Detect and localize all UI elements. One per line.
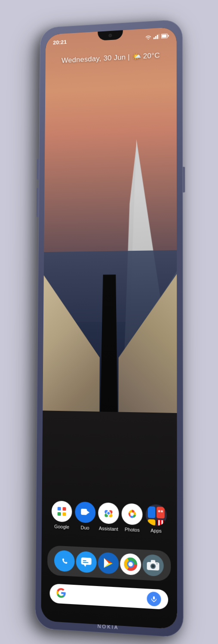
svg-rect-9 [62,507,66,510]
power-button[interactable] [183,167,185,192]
assistant-label: Assistant [98,526,118,532]
dock-phone[interactable] [54,550,75,572]
google-label: Google [54,524,69,530]
status-time: 20:21 [53,39,67,46]
svg-rect-5 [162,34,166,37]
svg-rect-1 [155,36,156,39]
app-duo[interactable]: Duo [73,501,96,531]
svg-rect-12 [80,509,86,515]
signal-icon [153,34,159,39]
photos-label: Photos [124,527,139,533]
apps-label: Apps [150,528,162,534]
duo-label: Duo [80,525,89,530]
google-g-logo [56,588,66,600]
volume-down-button[interactable] [36,188,38,217]
svg-rect-30 [81,557,91,565]
top-app-row: Google Duo [50,501,168,534]
svg-rect-48 [153,596,154,600]
volume-up-button[interactable] [37,159,39,179]
svg-rect-8 [57,507,61,510]
phone-device: 20:21 [35,19,183,638]
svg-rect-0 [153,37,154,39]
google-icon [51,501,72,522]
status-icons [144,33,169,40]
svg-rect-10 [57,512,61,516]
svg-rect-23 [158,510,160,512]
apps-folder-icon [145,504,166,526]
assistant-icon [98,502,119,524]
duo-icon [74,501,95,523]
wallpaper [41,27,177,629]
app-apps-folder[interactable]: Apps [144,504,168,534]
app-shelf: Google Duo [41,500,177,537]
dock-camera[interactable] [142,554,163,577]
svg-rect-43 [150,560,155,563]
dock-chrome[interactable] [120,553,141,575]
folder-app-3 [147,519,155,526]
svg-rect-6 [168,35,169,36]
folder-app-netflix [157,519,164,526]
photos-icon [121,503,142,525]
folder-app-1 [147,506,155,518]
dock-play-store[interactable] [98,552,119,574]
svg-rect-2 [157,35,158,39]
app-photos[interactable]: Photos [120,503,144,533]
wifi-icon [144,34,151,40]
svg-rect-11 [62,512,66,516]
front-camera [108,33,112,37]
phone-screen: 20:21 [41,27,177,629]
app-assistant[interactable]: Assistant [97,502,120,532]
beach-scene [41,27,177,629]
dock-messages[interactable] [76,551,96,573]
phone-screen-bezel: 20:21 [41,27,177,629]
svg-point-7 [54,504,69,519]
voice-search-button[interactable] [147,592,161,607]
folder-app-2 [157,507,164,519]
battery-icon [161,33,169,39]
svg-rect-3 [158,34,159,39]
svg-rect-24 [161,510,163,513]
search-spacer [70,594,147,598]
app-google[interactable]: Google [50,501,73,530]
svg-point-28 [59,555,70,567]
